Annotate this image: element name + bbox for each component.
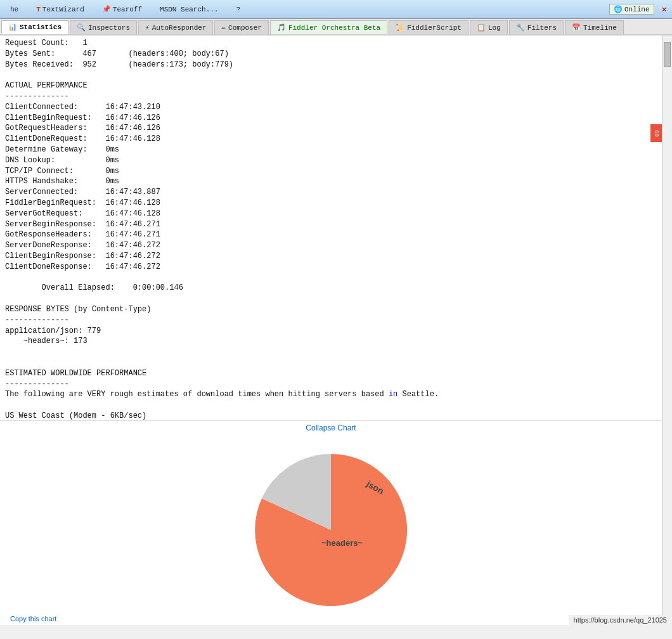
status-url: https://blog.csdn.ne/qq_21025 xyxy=(574,616,667,624)
tearoff-icon: 📌 xyxy=(102,5,111,13)
tab-log[interactable]: 📋 Log xyxy=(470,20,508,34)
composer-tab-icon: ✏️ xyxy=(221,23,226,32)
inspectors-tab-icon: 🔍 xyxy=(77,23,86,32)
title-bar-left: he T TextWizard 📌 Tearoff MSDN Search...… xyxy=(5,4,245,15)
filters-tab-icon: 🔧 xyxy=(516,23,525,32)
tab-inspectors[interactable]: 🔍 Inspectors xyxy=(70,20,137,34)
content-area: Request Count: 1 Bytes Sent: 467 (header… xyxy=(0,36,672,625)
menu-help[interactable]: ? xyxy=(231,4,245,15)
status-bar: https://blog.csdn.ne/qq_21025 xyxy=(569,615,672,625)
statistics-text[interactable]: Request Count: 1 Bytes Sent: 467 (header… xyxy=(0,36,662,420)
online-icon: 🌐 xyxy=(614,5,623,13)
copy-chart-link[interactable]: Copy this chart xyxy=(5,612,61,625)
statistics-tab-label: Statistics xyxy=(20,23,61,31)
scrollbar-thumb[interactable] xyxy=(664,42,671,67)
online-label: Online xyxy=(624,6,650,13)
pie-chart: json ~headers~ xyxy=(229,435,432,612)
online-button[interactable]: 🌐 Online xyxy=(609,4,654,15)
tab-filters[interactable]: 🔧 Filters xyxy=(509,20,564,34)
autoresponder-tab-label: AutoResponder xyxy=(152,24,207,32)
menu-textwizard[interactable]: T TextWizard xyxy=(31,4,89,15)
chart-section: Collapse Chart xyxy=(0,420,662,625)
fiddlerorchestra-tab-icon: 🎵 xyxy=(277,23,286,32)
fiddlerorchestra-tab-label: Fiddler Orchestra Beta xyxy=(288,24,380,32)
statistics-tab-icon: 📊 xyxy=(8,23,17,31)
composer-tab-label: Composer xyxy=(228,24,262,32)
side-panel-button[interactable]: 60 xyxy=(650,124,662,142)
tab-statistics[interactable]: 📊 Statistics xyxy=(1,20,68,34)
fiddlerscript-tab-label: FiddlerScript xyxy=(407,24,462,32)
timeline-tab-label: Timeline xyxy=(583,24,617,32)
scrollbar[interactable] xyxy=(662,36,672,625)
menu-msdn[interactable]: MSDN Search... xyxy=(155,4,223,15)
tab-timeline[interactable]: 📅 Timeline xyxy=(565,20,624,34)
log-tab-icon: 📋 xyxy=(477,23,486,32)
autoresponder-tab-icon: ⚡ xyxy=(145,23,150,32)
headers-label: ~headers~ xyxy=(321,538,363,548)
textwizard-icon: T xyxy=(36,6,41,13)
log-tab-label: Log xyxy=(488,24,501,32)
title-bar-right: 🌐 Online ✕ xyxy=(609,4,667,15)
title-bar: he T TextWizard 📌 Tearoff MSDN Search...… xyxy=(0,0,672,19)
tab-fiddlerscript[interactable]: 📜 FiddlerScript xyxy=(389,20,468,34)
fiddlerscript-tab-icon: 📜 xyxy=(396,23,404,32)
tab-composer[interactable]: ✏️ Composer xyxy=(214,20,268,34)
inspectors-tab-label: Inspectors xyxy=(88,24,130,32)
menu-he[interactable]: he xyxy=(5,4,23,15)
menu-tearoff[interactable]: 📌 Tearoff xyxy=(97,4,147,15)
tab-fiddlerorchestra[interactable]: 🎵 Fiddler Orchestra Beta xyxy=(270,20,387,34)
timeline-tab-icon: 📅 xyxy=(572,23,581,32)
close-button[interactable]: ✕ xyxy=(662,4,667,15)
collapse-chart-link[interactable]: Collapse Chart xyxy=(306,421,356,435)
tab-bar: 📊 Statistics 🔍 Inspectors ⚡ AutoResponde… xyxy=(0,19,672,36)
tab-autoresponder[interactable]: ⚡ AutoResponder xyxy=(138,20,213,34)
main-panel: Request Count: 1 Bytes Sent: 467 (header… xyxy=(0,36,662,625)
filters-tab-label: Filters xyxy=(527,24,557,32)
